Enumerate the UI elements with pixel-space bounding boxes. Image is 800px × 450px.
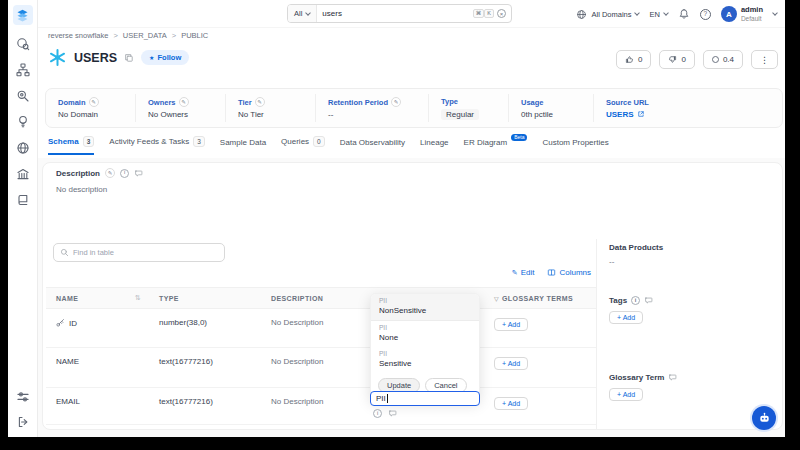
notifications-bell-icon[interactable] [678,8,690,20]
tab-activity-feeds[interactable]: Activity Feeds & Tasks3 [109,136,205,155]
chevron-down-icon[interactable] [772,10,778,16]
kebab-menu-icon: ⋮ [760,55,769,65]
breadcrumb-service[interactable]: reverse snowflake [48,31,108,40]
info-icon[interactable]: i [373,409,382,418]
breadcrumb-schema[interactable]: PUBLIC [181,31,208,40]
govern-icon[interactable] [15,166,30,181]
edit-description-icon[interactable]: ✎ [105,168,115,178]
tag-option-sensitive[interactable]: PII Sensitive [371,347,479,373]
page-title: USERS [74,51,117,65]
app-window: All ⌘ K × All Domains EN ? A ad [8,0,785,437]
openmetadata-logo[interactable] [13,5,33,25]
edit-tier-icon[interactable]: ✎ [255,97,265,107]
edit-retention-icon[interactable]: ✎ [391,97,401,107]
glossary-comment-icon[interactable] [668,373,677,382]
tags-comment-icon[interactable] [644,296,653,305]
column-type: number(38,0) [159,318,207,327]
robot-icon [758,412,771,425]
retention-value: -- [328,110,428,119]
rail-divider [596,239,597,430]
add-glossary-term-button[interactable]: + Add [494,397,528,410]
col-header-glossary-terms: ▽GLOSSARY TERMS [484,288,596,309]
add-tag-button[interactable]: + Add [609,311,643,324]
data-assets-hierarchy-icon[interactable] [15,62,30,77]
tab-er-diagram[interactable]: ER DiagramBeta [464,138,528,155]
data-products-value: -- [609,257,663,266]
language-selector[interactable]: EN [649,10,667,19]
sort-icon[interactable]: ⇅ [135,294,141,302]
add-glossary-term-button[interactable]: + Add [494,357,528,370]
domain-selector[interactable]: All Domains [576,9,639,20]
clear-search-icon[interactable]: × [497,9,506,18]
info-retention: Retention Period✎ -- [316,94,429,122]
tag-option-nonsensitive[interactable]: PII NonSensitive [371,294,479,321]
tab-schema[interactable]: Schema3 [48,136,94,155]
comment-icon[interactable] [388,409,397,418]
settings-sliders-icon[interactable] [15,389,30,404]
global-search[interactable]: All ⌘ K × [287,4,512,23]
tags-label: Tags [609,296,627,305]
add-glossary-term-button[interactable]: + Add [494,318,528,331]
column-description: No Description [271,318,323,327]
info-owners: Owners✎ No Owners [136,94,226,122]
upvote-button[interactable]: 0 [616,50,651,69]
filter-icon[interactable]: ▽ [494,295,499,302]
primary-key-icon [56,318,65,329]
search-scope-dropdown[interactable]: All [288,5,317,22]
entity-info-bar: Domain✎ No Domain Owners✎ No Owners Tier… [45,88,783,128]
observability-icon[interactable] [15,88,30,103]
tab-data-observability[interactable]: Data Observability [340,138,405,155]
assistant-bot-button[interactable] [752,406,776,430]
downvote-button[interactable]: 0 [659,50,694,69]
tier-score-button[interactable]: 0.4 [703,50,743,69]
entity-title-row: USERS ★ Follow [48,48,189,67]
user-menu[interactable]: A admin Default [721,6,763,22]
tab-sample-data[interactable]: Sample Data [220,138,266,155]
score-ring-icon [712,56,719,63]
edit-table-button[interactable]: ✎ Edit [512,268,535,277]
glossary-book-icon[interactable] [15,192,30,207]
search-input[interactable] [317,9,472,18]
schema-table: NAME⇅ TYPE DESCRIPTION ▽TAGS ▽GLOSSARY T… [46,287,596,425]
more-actions-button[interactable]: ⋮ [751,50,778,69]
tab-custom-properties[interactable]: Custom Properties [542,138,608,155]
columns-button[interactable]: Columns [547,268,591,277]
owners-value: No Owners [148,110,225,119]
col-header-description: DESCRIPTION [261,288,369,309]
edit-domain-icon[interactable]: ✎ [89,97,99,107]
tab-queries[interactable]: Queries0 [281,136,325,155]
tag-search-input[interactable]: PII [370,391,480,406]
left-navigation [8,0,38,437]
domain-selector-label: All Domains [591,10,631,19]
find-in-table[interactable] [53,243,225,262]
logout-icon[interactable] [15,414,30,429]
upvote-count: 0 [638,55,642,64]
star-icon: ★ [149,54,154,61]
source-url-link[interactable]: USERS [606,110,649,119]
tag-select-dropdown: PII NonSensitive PII None PII Sensitive … [370,293,480,401]
help-icon[interactable]: ? [700,9,711,20]
breadcrumb-database[interactable]: USER_DATA [123,31,167,40]
k-keycap: K [484,9,494,19]
domains-icon[interactable] [15,140,30,155]
edit-owners-icon[interactable]: ✎ [179,97,189,107]
add-glossary-button[interactable]: + Add [609,388,643,401]
info-tier: Tier✎ No Tier [226,94,316,122]
col-header-name[interactable]: NAME⇅ [46,288,149,309]
chevron-down-icon [663,10,669,16]
tier-value: No Tier [238,110,315,119]
tag-option-none[interactable]: PII None [371,321,479,347]
description-info-icon[interactable]: i [120,169,129,178]
insights-icon[interactable] [15,114,30,129]
tab-lineage[interactable]: Lineage [420,138,448,155]
header-right-cluster: All Domains EN ? A admin Default [576,0,777,28]
find-in-table-input[interactable] [73,248,218,257]
info-usage: Usage 0th pctile [509,94,594,122]
tags-info-icon[interactable]: i [631,296,640,305]
copy-icon[interactable] [124,53,134,63]
table-row: EMAIL text(16777216) No Description + Ad… [46,388,596,425]
explore-icon[interactable] [15,36,30,51]
follow-button[interactable]: ★ Follow [141,50,189,65]
description-comment-icon[interactable] [134,169,143,178]
language-label: EN [649,10,659,19]
